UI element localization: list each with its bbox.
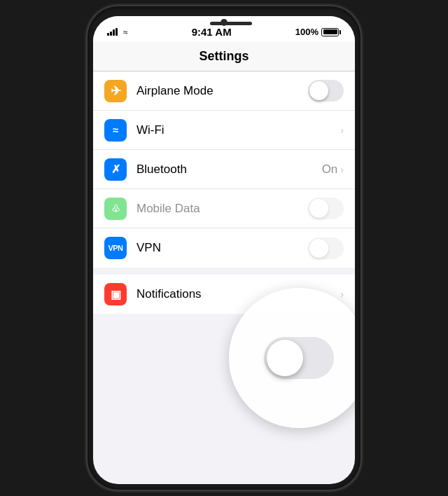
mobile-data-label: Mobile Data bbox=[136, 202, 308, 216]
battery-percent-label: 100% bbox=[295, 27, 318, 37]
vpn-right bbox=[308, 237, 344, 259]
settings-group-divider bbox=[93, 268, 355, 275]
wifi-icon-bg: ≈ bbox=[104, 119, 127, 142]
toggle-large[interactable] bbox=[264, 337, 334, 379]
signal-bar-1 bbox=[107, 33, 109, 36]
bluetooth-value: On bbox=[322, 163, 338, 177]
bluetooth-icon-bg: ✗ bbox=[104, 158, 127, 181]
phone-frame: ≈ 9:41 AM 100% Settings ✈ bbox=[88, 6, 360, 490]
battery-tip bbox=[340, 30, 341, 34]
page-title: Settings bbox=[199, 49, 248, 63]
settings-item-wifi[interactable]: ≈ Wi-Fi › bbox=[93, 111, 355, 150]
battery-fill bbox=[323, 29, 337, 34]
speaker bbox=[210, 22, 252, 25]
mobile-data-icon: ♧ bbox=[111, 203, 120, 214]
vpn-label: VPN bbox=[136, 241, 308, 255]
phone-screen: ≈ 9:41 AM 100% Settings ✈ bbox=[93, 16, 355, 484]
battery-body bbox=[321, 28, 339, 36]
wifi-right: › bbox=[340, 125, 344, 136]
airplane-mode-right bbox=[308, 80, 344, 102]
airplane-mode-label: Airplane Mode bbox=[136, 84, 308, 98]
toggle-zoom-overlay bbox=[229, 288, 355, 428]
vpn-toggle[interactable] bbox=[308, 237, 344, 259]
bluetooth-right: On › bbox=[322, 163, 344, 177]
vpn-toggle-knob bbox=[309, 239, 328, 258]
signal-bar-3 bbox=[113, 29, 115, 36]
mobile-data-toggle-knob bbox=[309, 199, 328, 218]
nav-bar: Settings bbox=[93, 42, 355, 71]
settings-group-1: ✈ Airplane Mode ≈ Wi-Fi › bbox=[93, 71, 355, 268]
bluetooth-label: Bluetooth bbox=[136, 163, 322, 177]
signal-bar-4 bbox=[115, 28, 118, 36]
wifi-label: Wi-Fi bbox=[136, 123, 340, 137]
status-left: ≈ bbox=[107, 27, 128, 37]
status-time: 9:41 AM bbox=[192, 26, 232, 38]
mobile-data-right bbox=[308, 198, 344, 219]
vpn-icon: VPN bbox=[108, 244, 122, 252]
notifications-icon-bg: ▣ bbox=[104, 283, 127, 305]
bluetooth-chevron-icon: › bbox=[340, 164, 344, 175]
airplane-mode-icon-bg: ✈ bbox=[104, 80, 127, 102]
bluetooth-icon: ✗ bbox=[111, 163, 120, 176]
wifi-chevron-icon: › bbox=[340, 125, 344, 136]
settings-item-mobile-data[interactable]: ♧ Mobile Data bbox=[93, 189, 355, 228]
signal-bar-2 bbox=[110, 32, 112, 36]
toggle-large-knob bbox=[267, 340, 303, 376]
wifi-status-icon: ≈ bbox=[123, 27, 128, 37]
airplane-mode-toggle-knob bbox=[309, 81, 328, 100]
settings-item-bluetooth[interactable]: ✗ Bluetooth On › bbox=[93, 150, 355, 189]
settings-item-vpn[interactable]: VPN VPN bbox=[93, 228, 355, 268]
mobile-data-icon-bg: ♧ bbox=[104, 198, 127, 220]
status-right: 100% bbox=[295, 27, 341, 37]
vpn-icon-bg: VPN bbox=[104, 237, 127, 259]
settings-item-airplane-mode[interactable]: ✈ Airplane Mode bbox=[93, 71, 355, 111]
wifi-icon: ≈ bbox=[113, 124, 118, 136]
notifications-chevron-icon: › bbox=[340, 289, 344, 300]
notifications-right: › bbox=[340, 289, 344, 300]
notifications-icon: ▣ bbox=[111, 288, 121, 301]
signal-bars bbox=[107, 28, 118, 36]
airplane-icon: ✈ bbox=[111, 83, 121, 99]
airplane-mode-toggle[interactable] bbox=[308, 80, 344, 102]
battery-icon bbox=[321, 28, 341, 36]
mobile-data-toggle[interactable] bbox=[308, 198, 344, 219]
